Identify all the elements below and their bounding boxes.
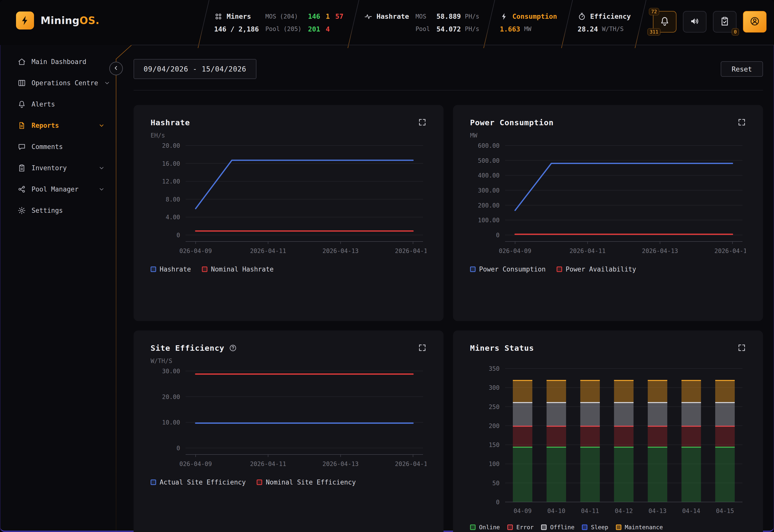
- legend-label: Error: [516, 524, 534, 531]
- reset-button[interactable]: Reset: [721, 61, 763, 77]
- bell-icon: [18, 100, 26, 109]
- legend-label: Maintenance: [625, 524, 663, 531]
- home-icon: [18, 57, 26, 66]
- legend-item[interactable]: Actual Site Efficiency: [151, 479, 246, 486]
- legend-label: Power Consumption: [479, 265, 546, 273]
- app-title: MiningOS.: [41, 15, 99, 26]
- svg-text:04-13: 04-13: [648, 507, 666, 515]
- legend-item[interactable]: Nominal Hashrate: [202, 265, 273, 273]
- legend-label: Sleep: [591, 524, 608, 531]
- profile-button[interactable]: [743, 11, 766, 33]
- user-icon: [749, 16, 760, 27]
- miners-mos-warning: 1: [326, 13, 330, 20]
- svg-text:4.00: 4.00: [166, 214, 180, 221]
- sidebar-item-pool-manager[interactable]: Pool Manager: [0, 179, 116, 200]
- help-icon[interactable]: [229, 344, 237, 352]
- svg-text:150: 150: [489, 441, 500, 449]
- legend-item[interactable]: Hashrate: [151, 265, 191, 273]
- svg-text:2026-04-13: 2026-04-13: [322, 461, 359, 467]
- sidebar-item-main-dashboard[interactable]: Main Dashboard: [0, 51, 116, 72]
- sidebar-item-settings[interactable]: Settings: [0, 200, 116, 221]
- fullscreen-icon[interactable]: [737, 343, 746, 352]
- legend-swatch: [151, 267, 156, 272]
- report-toolbar: 09/04/2026 - 15/04/2026 Reset: [134, 45, 763, 91]
- sidebar-item-label: Pool Manager: [32, 185, 79, 193]
- miners-pool-error: 4: [326, 25, 330, 33]
- sidebar-item-alerts[interactable]: Alerts: [0, 93, 116, 115]
- chart-title-hashrate: Hashrate: [151, 118, 190, 127]
- sidebar-item-comments[interactable]: Comments: [0, 136, 116, 157]
- svg-text:2026-04-15: 2026-04-15: [395, 461, 427, 467]
- hashrate-chart: 20.0016.0012.008.004.000026-04-092026-04…: [151, 139, 427, 257]
- date-range-input[interactable]: 09/04/2026 - 15/04/2026: [134, 59, 256, 79]
- legend-item[interactable]: Power Consumption: [470, 265, 546, 273]
- efficiency-chart: 30.0020.0010.000026-04-092026-04-112026-…: [151, 365, 427, 470]
- tasks-badge: 0: [732, 28, 739, 35]
- legend-item[interactable]: Nominal Site Efficiency: [257, 479, 356, 486]
- efficiency-value: 28.24: [578, 25, 598, 33]
- svg-text:300.00: 300.00: [478, 187, 500, 194]
- legend-swatch: [541, 525, 547, 530]
- card-power-consumption: Power Consumption MW 600.00500.00400.003…: [453, 105, 763, 321]
- stat-consumption: Consumption 1.663 MW: [493, 12, 564, 33]
- svg-text:2026-04-11: 2026-04-11: [250, 461, 286, 467]
- miners-total: 146 / 2,186: [214, 25, 259, 33]
- svg-text:12.00: 12.00: [162, 178, 180, 185]
- legend-label: Nominal Hashrate: [211, 265, 273, 273]
- svg-text:026-04-09: 026-04-09: [499, 247, 531, 255]
- legend-label: Online: [479, 524, 500, 531]
- notifications-button[interactable]: 72 311: [653, 11, 676, 33]
- y-axis-unit: W/TH/S: [151, 357, 427, 365]
- legend-item[interactable]: Offline: [541, 524, 574, 531]
- chart-legend: OnlineErrorOfflineSleepMaintenance: [470, 524, 746, 531]
- sidebar-item-reports[interactable]: Reports: [0, 115, 116, 136]
- miners-mos-error: 57: [335, 13, 343, 20]
- svg-text:50: 50: [492, 480, 500, 487]
- speaker-icon: [689, 16, 700, 27]
- stat-hashrate: Hashrate MOS 58.889 PH/s Pool 54.072 PH/…: [357, 12, 486, 33]
- sidebar-item-inventory[interactable]: Inventory: [0, 157, 116, 179]
- fullscreen-icon[interactable]: [418, 118, 427, 127]
- legend-swatch: [616, 525, 621, 530]
- miners-label: Miners: [227, 13, 251, 20]
- legend-item[interactable]: Maintenance: [616, 524, 663, 531]
- legend-swatch: [507, 525, 513, 530]
- consumption-value: 1.663: [500, 25, 520, 33]
- pool-icon: [18, 185, 26, 193]
- legend-item[interactable]: Online: [470, 524, 500, 531]
- svg-text:200: 200: [489, 423, 500, 429]
- legend-item[interactable]: Power Availability: [557, 265, 636, 273]
- app-logo[interactable]: MiningOS.: [16, 11, 99, 29]
- fullscreen-icon[interactable]: [418, 343, 427, 352]
- svg-text:04-10: 04-10: [547, 507, 565, 515]
- legend-swatch: [582, 525, 587, 530]
- legend-swatch: [557, 267, 562, 272]
- svg-text:04-15: 04-15: [716, 507, 734, 515]
- chevron-down-icon: [98, 186, 105, 193]
- legend-item[interactable]: Error: [507, 524, 534, 531]
- legend-label: Hashrate: [160, 265, 191, 273]
- sidebar-item-operations-centre[interactable]: Operations Centre: [0, 72, 116, 93]
- svg-text:2026-04-11: 2026-04-11: [569, 247, 606, 255]
- svg-text:600.00: 600.00: [478, 142, 500, 149]
- svg-text:300: 300: [489, 384, 500, 391]
- sidebar-item-label: Inventory: [32, 164, 67, 172]
- consumption-unit: MW: [524, 25, 531, 33]
- tasks-button[interactable]: 0: [713, 11, 736, 33]
- svg-text:250: 250: [489, 403, 500, 411]
- legend-item[interactable]: Sleep: [582, 524, 608, 531]
- svg-text:2026-04-15: 2026-04-15: [714, 247, 746, 255]
- fullscreen-icon[interactable]: [737, 118, 746, 127]
- sidebar-item-label: Alerts: [32, 101, 55, 108]
- sound-button[interactable]: [683, 11, 706, 33]
- comment-icon: [18, 143, 26, 151]
- report-icon: [18, 121, 26, 130]
- svg-text:30.00: 30.00: [162, 368, 180, 375]
- header-actions: 72 311 0: [653, 11, 766, 33]
- operations-icon: [18, 79, 26, 87]
- svg-text:8.00: 8.00: [166, 196, 180, 203]
- chart-title-efficiency: Site Efficiency: [151, 343, 237, 353]
- card-site-efficiency: Site Efficiency W/TH/S 30.0020.0010.0000…: [134, 331, 444, 532]
- collapse-sidebar-button[interactable]: [109, 62, 123, 75]
- clipboard-icon: [18, 164, 26, 172]
